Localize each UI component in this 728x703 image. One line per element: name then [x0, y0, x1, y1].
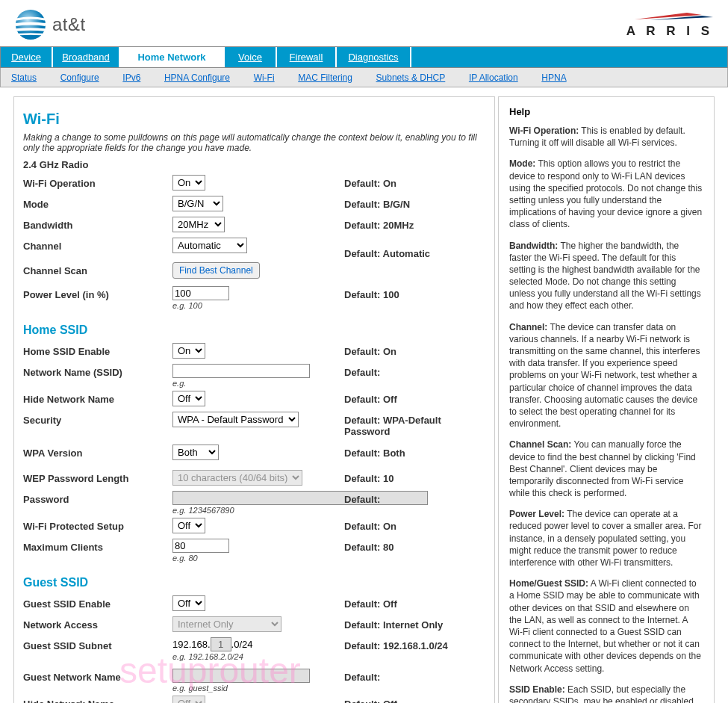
nav-firewall[interactable]: Firewall [277, 47, 337, 67]
power-hint: e.g. 100 [172, 301, 344, 310]
arris-text: A R R I S [626, 24, 713, 39]
main-panel: Wi-Fi Making a change to some pulldowns … [13, 96, 495, 703]
subnav-ip-allocation[interactable]: IP Allocation [469, 72, 518, 83]
help-item: Channel: The device can transfer data on… [509, 321, 703, 430]
help-body: Wi-Fi Operation: This is enabled by defa… [509, 125, 703, 703]
guest-subnet-prefix: 192.168. [172, 639, 211, 650]
channel-label: Channel [23, 238, 172, 252]
subnav-hpna[interactable]: HPNA [541, 72, 566, 83]
home-password-input [172, 491, 428, 505]
guest-name-default: Default: [344, 669, 380, 683]
home-ssid-heading: Home SSID [23, 323, 485, 337]
home-hide-label: Hide Network Name [23, 391, 172, 405]
home-weplen-default: Default: 10 [344, 470, 393, 484]
home-wps-default: Default: On [344, 518, 396, 532]
bandwidth-default: Default: 20MHz [344, 217, 414, 231]
nav-home-network[interactable]: Home Network [120, 47, 225, 67]
home-ssid-hint: e.g. [172, 379, 344, 388]
nav-sub: Status Configure IPv6 HPNA Configure Wi-… [0, 68, 728, 87]
power-input[interactable] [172, 286, 229, 300]
page-intro: Making a change to some pulldowns on thi… [23, 132, 485, 153]
guest-subnet-octet-input [211, 637, 231, 651]
nav-voice[interactable]: Voice [225, 47, 277, 67]
home-password-hint: e.g. 1234567890 [172, 506, 456, 515]
home-wpaver-default: Default: Both [344, 445, 405, 459]
home-ssid-input[interactable] [172, 364, 310, 378]
nav-device[interactable]: Device [1, 47, 53, 67]
att-logo: at&t [15, 9, 86, 40]
home-security-label: Security [23, 412, 172, 426]
wifi-op-select[interactable]: On [172, 175, 205, 191]
subnav-ipv6[interactable]: IPv6 [122, 72, 140, 83]
subnav-configure[interactable]: Configure [60, 72, 99, 83]
guest-name-hint: e.g. guest_ssid [172, 684, 344, 693]
power-label: Power Level (in %) [23, 286, 172, 300]
wifi-op-label: Wi-Fi Operation [23, 175, 172, 189]
help-item: Channel Scan: You can manually force the… [509, 439, 703, 499]
home-hide-select[interactable]: Off [172, 391, 205, 406]
help-item: Wi-Fi Operation: This is enabled by defa… [509, 125, 703, 149]
help-item: SSID Enable: Each SSID, but especially t… [509, 684, 703, 703]
subnav-mac-filtering[interactable]: MAC Filtering [298, 72, 352, 83]
help-panel: Help Wi-Fi Operation: This is enabled by… [498, 96, 715, 703]
nav-broadband[interactable]: Broadband [53, 47, 120, 67]
mode-select[interactable]: B/G/N [172, 196, 223, 211]
guest-hide-label: Hide Network Name [23, 696, 172, 703]
page-title: Wi-Fi [23, 111, 485, 128]
home-wpaver-label: WPA Version [23, 445, 172, 459]
home-password-default: Default: [344, 491, 380, 505]
guest-subnet-hint: e.g. 192.168.2.0/24 [172, 652, 344, 661]
subnav-hpna-configure[interactable]: HPNA Configure [164, 72, 230, 83]
guest-name-input [172, 669, 310, 683]
find-best-channel-button[interactable]: Find Best Channel [172, 262, 260, 279]
guest-enable-select[interactable]: Off [172, 595, 205, 611]
guest-subnet-suffix: .0/24 [231, 639, 253, 650]
nav-main: Device Broadband Home Network Voice Fire… [0, 46, 728, 68]
subnav-status[interactable]: Status [11, 72, 37, 83]
home-password-label: Password [23, 491, 172, 505]
guest-ssid-heading: Guest SSID [23, 576, 485, 589]
home-enable-select[interactable]: On [172, 343, 205, 359]
home-wps-select[interactable]: Off [172, 518, 205, 533]
wifi-op-default: Default: On [344, 175, 396, 189]
home-weplen-select: 10 characters (40/64 bits) [172, 470, 302, 486]
home-security-select[interactable]: WPA - Default Password [172, 412, 299, 427]
home-wps-label: Wi-Fi Protected Setup [23, 518, 172, 532]
mode-default: Default: B/G/N [344, 196, 410, 210]
subnav-wifi[interactable]: Wi-Fi [254, 72, 275, 83]
home-enable-label: Home SSID Enable [23, 343, 172, 357]
home-ssid-label: Network Name (SSID) [23, 364, 172, 378]
guest-subnet-default: Default: 192.168.1.0/24 [344, 637, 448, 651]
att-text: at&t [52, 14, 86, 35]
home-security-default: Default: WPA-Default Password [344, 412, 485, 437]
home-hide-default: Default: Off [344, 391, 397, 405]
home-maxclients-hint: e.g. 80 [172, 554, 344, 563]
mode-label: Mode [23, 196, 172, 210]
att-globe-icon [15, 9, 46, 40]
bandwidth-label: Bandwidth [23, 217, 172, 231]
guest-enable-label: Guest SSID Enable [23, 595, 172, 610]
bandwidth-select[interactable]: 20MHz [172, 217, 225, 232]
channel-select[interactable]: Automatic [172, 238, 247, 253]
home-enable-default: Default: On [344, 343, 396, 357]
channel-default: Default: Automatic [344, 238, 430, 259]
guest-hide-default: Default: Off [344, 696, 397, 703]
subnav-subnets-dhcp[interactable]: Subnets & DHCP [376, 72, 446, 83]
arris-swoosh-icon [635, 11, 713, 22]
scan-label: Channel Scan [23, 262, 172, 276]
power-default: Default: 100 [344, 286, 399, 300]
guest-subnet-label: Guest SSID Subnet [23, 637, 172, 651]
home-weplen-label: WEP Password Length [23, 470, 172, 484]
home-maxclients-label: Maximum Clients [23, 539, 172, 553]
home-ssid-default: Default: [344, 364, 380, 378]
home-maxclients-input[interactable] [172, 539, 229, 553]
guest-enable-default: Default: Off [344, 595, 397, 610]
guest-access-default: Default: Internet Only [344, 616, 443, 631]
guest-access-select: Internet Only [172, 616, 281, 632]
radio-section-label: 2.4 GHz Radio [23, 159, 485, 170]
nav-diagnostics[interactable]: Diagnostics [337, 47, 411, 67]
help-title: Help [509, 106, 703, 117]
arris-logo: A R R I S [626, 11, 713, 39]
home-maxclients-default: Default: 80 [344, 539, 393, 553]
home-wpaver-select[interactable]: Both [172, 445, 219, 460]
